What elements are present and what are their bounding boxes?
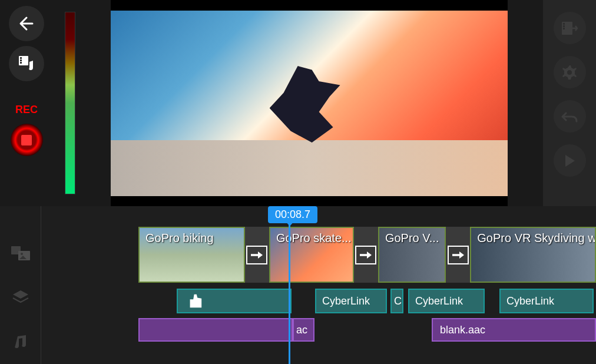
audio-track-button[interactable] xyxy=(0,330,41,353)
record-button[interactable] xyxy=(11,124,43,156)
audio-track[interactable]: ac blank.aac xyxy=(138,318,596,342)
svg-rect-2 xyxy=(20,59,22,61)
music-icon xyxy=(13,334,28,349)
clip-label: GoPro biking xyxy=(145,231,214,245)
video-preview[interactable] xyxy=(111,0,508,206)
sticker-clip[interactable] xyxy=(177,289,292,313)
svg-rect-7 xyxy=(563,28,565,29)
video-clip[interactable]: GoPro V... xyxy=(378,227,446,283)
media-button[interactable] xyxy=(9,46,44,81)
layers-button[interactable] xyxy=(0,286,41,309)
svg-point-8 xyxy=(567,70,572,75)
undo-button[interactable] xyxy=(554,100,586,133)
media-music-icon xyxy=(16,54,37,74)
playhead-timestamp[interactable]: 00:08.7 xyxy=(268,206,317,223)
export-icon xyxy=(561,21,578,36)
video-clip[interactable]: GoPro skate... xyxy=(269,227,354,283)
sticker-track[interactable]: CyberLink C CyberLink CyberLink xyxy=(177,289,596,313)
video-track-button[interactable] xyxy=(0,241,41,265)
back-button[interactable] xyxy=(9,6,44,41)
timeline: 00:08.7 GoPro biking GoPro skate... GoPr… xyxy=(0,206,596,364)
video-track[interactable]: GoPro biking GoPro skate... GoPro V... G… xyxy=(138,227,596,283)
sticker-label: C xyxy=(394,295,402,307)
clip-label: GoPro VR Skydiving wit xyxy=(477,231,596,245)
clip-label: GoPro skate... xyxy=(276,231,352,245)
settings-button[interactable] xyxy=(554,56,586,88)
sticker-clip[interactable]: CyberLink xyxy=(499,289,594,313)
audio-clip[interactable]: blank.aac xyxy=(432,318,596,342)
transition[interactable] xyxy=(245,227,269,283)
layers-icon xyxy=(12,289,29,306)
svg-rect-1 xyxy=(20,57,22,59)
playhead[interactable] xyxy=(289,220,290,364)
transition-icon xyxy=(448,246,469,264)
sticker-label: CyberLink xyxy=(415,295,463,307)
sticker-clip[interactable]: CyberLink xyxy=(315,289,387,313)
preview-area: REC xyxy=(0,0,596,206)
transition-icon xyxy=(355,246,376,264)
preview-frame xyxy=(111,11,508,196)
right-toolbar xyxy=(543,0,596,206)
audio-label: blank.aac xyxy=(440,324,485,336)
thumbs-up-icon xyxy=(187,293,203,309)
sticker-label: CyberLink xyxy=(322,295,370,307)
video-clip[interactable]: GoPro VR Skydiving wit xyxy=(470,227,596,283)
transition[interactable] xyxy=(446,227,470,283)
video-clip[interactable]: GoPro biking xyxy=(138,227,245,283)
gear-icon xyxy=(561,64,578,81)
transition[interactable] xyxy=(354,227,378,283)
rec-label: REC xyxy=(15,104,38,116)
svg-point-11 xyxy=(21,253,23,255)
audio-level-meter xyxy=(65,12,75,194)
audio-clip[interactable] xyxy=(138,318,293,342)
video-photo-icon xyxy=(10,245,31,262)
sticker-label: CyberLink xyxy=(506,295,554,307)
audio-label: ac xyxy=(296,324,307,336)
undo-icon xyxy=(561,110,578,124)
svg-rect-5 xyxy=(563,23,565,25)
play-icon xyxy=(562,153,577,168)
transition-icon xyxy=(246,246,267,264)
timeline-tools xyxy=(0,206,41,364)
sticker-clip[interactable]: C xyxy=(390,289,403,313)
play-button[interactable] xyxy=(554,144,586,177)
sticker-clip[interactable]: CyberLink xyxy=(408,289,485,313)
back-arrow-icon xyxy=(16,13,37,34)
svg-rect-3 xyxy=(20,62,22,64)
svg-rect-6 xyxy=(563,25,565,27)
export-button[interactable] xyxy=(554,12,586,44)
clip-label: GoPro V... xyxy=(385,231,439,245)
left-toolbar: REC xyxy=(0,0,53,206)
stop-icon xyxy=(21,135,32,145)
audio-clip[interactable]: ac xyxy=(293,318,314,342)
